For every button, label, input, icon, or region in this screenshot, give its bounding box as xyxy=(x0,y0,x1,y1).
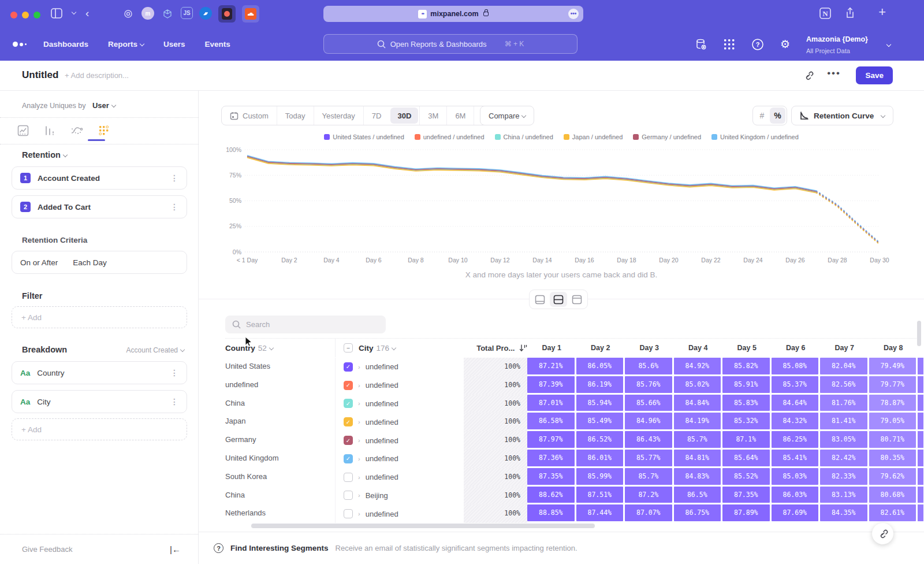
step-1-kebab-icon[interactable]: ⋮ xyxy=(170,173,178,183)
settings-gear-icon[interactable]: ⚙ xyxy=(780,38,790,51)
retention-value-cell[interactable]: 87.21% xyxy=(527,358,575,374)
table-search-input[interactable] xyxy=(246,320,373,329)
window-controls[interactable] xyxy=(10,10,45,21)
zoom-window-button[interactable] xyxy=(33,12,40,18)
row-checkbox-checked[interactable]: ✓ xyxy=(344,454,353,463)
day-column-header[interactable]: Day 2 xyxy=(576,344,625,352)
global-search-input[interactable] xyxy=(390,40,500,49)
retention-value-cell[interactable]: 85.7% xyxy=(625,468,672,485)
share-link-fab[interactable] xyxy=(872,523,893,544)
city-label[interactable]: undefined xyxy=(366,399,398,408)
legend-item[interactable]: Germany / undefined xyxy=(633,133,701,140)
sidebar-toggle-icon[interactable] xyxy=(51,8,62,21)
retention-value-cell[interactable]: 80.71% xyxy=(869,431,916,448)
retention-value-cell[interactable]: 79.49% xyxy=(869,358,916,374)
breakdown-country-label[interactable]: Country xyxy=(37,369,64,377)
retention-value-cell[interactable]: 86.01% xyxy=(576,450,624,466)
nav-item-dashboards[interactable]: Dashboards xyxy=(43,40,88,49)
retention-value-cell[interactable]: 85.41% xyxy=(772,450,819,466)
back-button[interactable]: ‹ xyxy=(85,7,89,20)
expand-row-icon[interactable]: › xyxy=(358,382,360,389)
nav-item-events[interactable]: Events xyxy=(205,40,230,49)
day-column-header[interactable]: Day 3 xyxy=(625,344,674,352)
country-cell[interactable]: United States xyxy=(225,358,335,376)
step-2-event[interactable]: Added To Cart xyxy=(38,203,91,212)
apps-grid-icon[interactable] xyxy=(724,39,735,50)
retention-value-cell[interactable]: 85.76% xyxy=(625,376,672,393)
horizontal-scrollbar[interactable] xyxy=(251,524,595,528)
chart-type-dropdown[interactable]: Retention Curve xyxy=(791,106,893,125)
retention-value-cell[interactable]: 82.04% xyxy=(820,358,867,374)
legend-item[interactable]: United States / undefined xyxy=(324,133,404,140)
breakdown-scope-dropdown[interactable]: Account Created xyxy=(126,346,184,354)
city-label[interactable]: undefined xyxy=(366,362,398,371)
compare-button[interactable]: Compare xyxy=(480,106,534,125)
retention-value-cell[interactable]: 86.58% xyxy=(527,413,575,429)
collapse-sidebar-icon[interactable]: |← xyxy=(170,544,181,554)
retention-value-cell[interactable]: 85.99% xyxy=(576,468,624,485)
retention-value-cell[interactable]: 85.03% xyxy=(772,468,819,485)
retention-value-cell[interactable]: 84.81% xyxy=(674,450,721,466)
retention-value-cell[interactable]: 85.52% xyxy=(722,468,770,485)
tab-funnels-icon[interactable] xyxy=(44,125,55,136)
row-checkbox[interactable] xyxy=(344,491,353,500)
row-checkbox-checked[interactable]: ✓ xyxy=(344,381,353,390)
retention-value-cell[interactable]: 81.41% xyxy=(820,413,867,429)
address-bar[interactable]: •• mixpanel.com ••• xyxy=(323,6,583,22)
range-custom[interactable]: Custom xyxy=(222,106,277,125)
retention-value-cell[interactable]: 83.05% xyxy=(820,431,867,448)
day-column-header[interactable]: Day 8 xyxy=(869,344,918,352)
legend-item[interactable]: undefined / undefined xyxy=(415,133,485,140)
retention-value-cell[interactable]: 87.1% xyxy=(722,431,770,448)
range-yesterday[interactable]: Yesterday xyxy=(314,106,363,125)
retention-value-cell[interactable]: 79.77% xyxy=(869,376,916,393)
criteria-interval[interactable]: Each Day xyxy=(73,258,107,267)
breakdown-city-kebab-icon[interactable]: ⋮ xyxy=(170,397,178,406)
retention-value-cell[interactable]: 85.77% xyxy=(625,450,672,466)
retention-value-cell[interactable]: 86.75% xyxy=(674,504,721,521)
retention-value-cell[interactable]: 83.13% xyxy=(820,487,867,503)
filter-add-button[interactable]: + Add xyxy=(12,306,187,328)
breakdown-city-label[interactable]: City xyxy=(37,398,50,406)
data-management-icon[interactable] xyxy=(695,38,707,51)
retention-value-cell[interactable]: 85.6% xyxy=(625,358,672,374)
retention-value-cell[interactable]: 87.07% xyxy=(625,504,672,521)
city-column-header[interactable]: – City176 xyxy=(335,339,464,357)
tab-icon-box[interactable] xyxy=(161,7,174,21)
retention-value-cell[interactable]: 85.49% xyxy=(576,413,624,429)
city-label[interactable]: undefined xyxy=(366,418,398,426)
pinned-tabs[interactable]: m JS xyxy=(121,7,259,23)
range-6m[interactable]: 6M xyxy=(446,106,474,125)
retention-value-cell[interactable]: 87.01% xyxy=(527,395,575,411)
retention-value-cell[interactable]: 78.87% xyxy=(869,395,916,411)
legend-item[interactable]: United Kingdom / undefined xyxy=(711,133,799,140)
retention-value-cell[interactable]: 87.35% xyxy=(527,468,575,485)
breakdown-city[interactable]: Aa City ⋮ xyxy=(12,390,187,413)
retention-value-cell[interactable]: 84.96% xyxy=(625,413,672,429)
retention-value-cell[interactable]: 88.85% xyxy=(527,504,575,521)
analyze-value-dropdown[interactable]: User xyxy=(92,101,116,110)
save-button[interactable]: Save xyxy=(856,66,893,84)
retention-value-cell[interactable]: 85.7% xyxy=(674,431,721,448)
retention-value-cell[interactable]: 85.08% xyxy=(772,358,819,374)
retention-value-cell[interactable]: 87.39% xyxy=(527,376,575,393)
copy-link-icon[interactable] xyxy=(803,70,814,84)
day-column-header[interactable]: Day 6 xyxy=(772,344,821,352)
retention-value-cell[interactable]: 82.61% xyxy=(869,504,916,521)
retention-value-cell[interactable]: 79.05% xyxy=(869,413,916,429)
expand-row-icon[interactable]: › xyxy=(358,418,360,425)
step-1-event[interactable]: Account Created xyxy=(38,174,100,183)
expand-row-icon[interactable]: › xyxy=(358,492,360,499)
tab-icon-bird[interactable] xyxy=(199,7,212,20)
row-checkbox-checked[interactable]: ✓ xyxy=(344,417,353,426)
global-search[interactable]: ⌘ + K xyxy=(323,34,578,54)
tab-icon-active-tab[interactable] xyxy=(218,5,236,23)
help-icon[interactable]: ? xyxy=(751,38,764,51)
retention-value-cell[interactable]: 82.42% xyxy=(820,450,867,466)
range-today[interactable]: Today xyxy=(277,106,314,125)
expand-row-icon[interactable]: › xyxy=(358,510,360,517)
retention-value-cell[interactable]: 85.66% xyxy=(625,395,672,411)
retention-value-cell[interactable]: 80.68% xyxy=(869,487,916,503)
retention-value-cell[interactable]: 86.43% xyxy=(625,431,672,448)
criteria-condition[interactable]: On or After xyxy=(20,258,58,267)
